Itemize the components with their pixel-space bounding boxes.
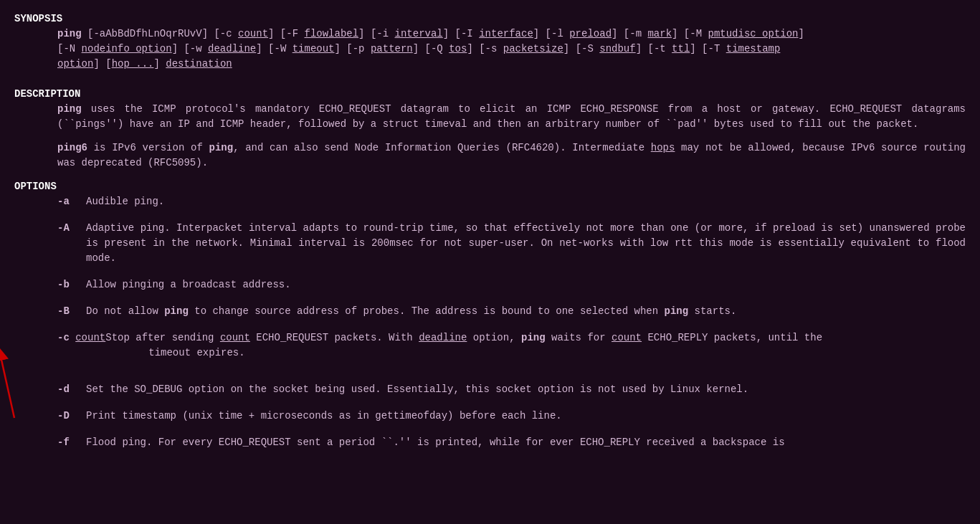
flag-b: -b [14, 277, 86, 292]
desc-f: Flood ping. For every ECHO_REQUEST sent … [86, 435, 966, 450]
synopsis-line2: [-N nodeinfo_option] [-w deadline] [-W t… [57, 43, 780, 54]
flag-f: -f [14, 435, 86, 450]
ping-bold-1: ping [57, 103, 82, 115]
synopsis-body: ping [-aAbBdDfhLnOqrRUvV] [-c count] [-F… [57, 27, 966, 72]
desc-a: Audible ping. [86, 194, 966, 209]
option-c: -c count Stop after sending count ECHO_R… [14, 330, 966, 361]
desc-b: Allow pinging a broadcast address. [86, 277, 966, 292]
option-A: -A Adaptive ping. Interpacket interval a… [14, 221, 966, 266]
desc-D: Print timestamp (unix time + microsecond… [86, 409, 966, 424]
flag-a: -a [14, 194, 86, 209]
description-body: ping uses the ICMP protocol's mandatory … [57, 102, 966, 171]
options-section: OPTIONS -a Audible ping. -A Adaptive pin… [14, 179, 966, 450]
option-f: -f Flood ping. For every ECHO_REQUEST se… [14, 435, 966, 450]
red-arrow-indicator [0, 339, 36, 425]
flag-B: -B [14, 304, 86, 319]
main-content: SYNOPSIS ping [-aAbBdDfhLnOqrRUvV] [-c c… [14, 11, 966, 450]
desc-para2: ping6 is IPv6 version of ping, and can a… [57, 140, 966, 171]
synopsis-line1: [-aAbBdDfhLnOqrRUvV] [-c count] [-F flow… [82, 28, 804, 39]
synopsis-line3: option] [hop ...] destination [57, 58, 232, 70]
flag-A: -A [14, 221, 86, 266]
svg-line-1 [0, 353, 14, 418]
option-b: -b Allow pinging a broadcast address. [14, 277, 966, 292]
synopsis-heading: SYNOPSIS [14, 11, 966, 27]
synopsis-cmd: ping [57, 28, 82, 39]
desc-c: Stop after sending count ECHO_REQUEST pa… [105, 330, 966, 361]
synopsis-section: SYNOPSIS ping [-aAbBdDfhLnOqrRUvV] [-c c… [14, 11, 966, 72]
description-heading: DESCRIPTION [14, 87, 966, 102]
desc-A: Adaptive ping. Interpacket interval adap… [86, 221, 966, 266]
option-B: -B Do not allow ping to change source ad… [14, 304, 966, 319]
desc-para1: ping uses the ICMP protocol's mandatory … [57, 102, 966, 132]
ping6-bold: ping6 [57, 142, 87, 153]
option-d: -d Set the SO_DEBUG option on the socket… [14, 382, 966, 397]
options-heading: OPTIONS [14, 179, 966, 194]
flag-c-count: count [75, 332, 105, 343]
desc-d: Set the SO_DEBUG option on the socket be… [86, 382, 966, 397]
description-section: DESCRIPTION ping uses the ICMP protocol'… [14, 87, 966, 171]
option-a: -a Audible ping. [14, 194, 966, 209]
option-D: -D Print timestamp (unix time + microsec… [14, 409, 966, 424]
desc-B: Do not allow ping to change source addre… [86, 304, 966, 319]
